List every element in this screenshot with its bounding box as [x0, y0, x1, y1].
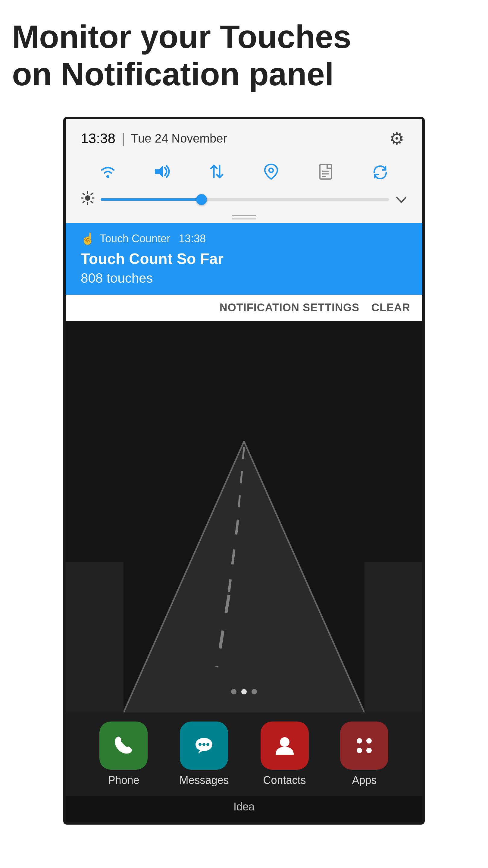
messages-app-icon[interactable]	[180, 721, 228, 770]
svg-line-14	[83, 193, 84, 195]
svg-point-0	[106, 175, 109, 178]
location-icon-button[interactable]	[258, 158, 285, 185]
drag-handle[interactable]	[66, 212, 422, 223]
svg-point-31	[206, 743, 209, 746]
quick-settings-row	[66, 155, 422, 188]
touch-counter-icon: ☝	[81, 232, 95, 245]
headline-line1: Monitor your Touches	[12, 19, 351, 55]
phone-app-label: Phone	[108, 774, 139, 786]
svg-rect-25	[66, 562, 124, 712]
phone-frame: 13:38 | Tue 24 November ⚙	[63, 117, 425, 825]
bottom-bar: Idea	[66, 796, 422, 822]
apps-app-icon[interactable]	[340, 721, 388, 770]
dock-app-phone[interactable]: Phone	[99, 721, 148, 786]
contacts-app-label: Contacts	[263, 774, 306, 786]
gear-icon: ⚙	[389, 129, 404, 148]
svg-marker-1	[155, 165, 163, 178]
dock-apps-row: Phone Messages	[84, 721, 404, 786]
notification-panel: 13:38 | Tue 24 November ⚙	[66, 119, 422, 321]
notif-subtitle: 808 touches	[81, 271, 407, 286]
svg-line-16	[91, 193, 93, 195]
sync-icon-button[interactable]	[367, 158, 394, 185]
wallpaper-area	[66, 321, 422, 712]
status-date: Tue 24 November	[131, 132, 227, 145]
status-bar: 13:38 | Tue 24 November ⚙	[66, 119, 422, 155]
page-dot-3[interactable]	[252, 689, 257, 694]
messages-app-label: Messages	[179, 774, 229, 786]
bottom-label: Idea	[233, 801, 255, 813]
svg-point-32	[280, 737, 290, 747]
brightness-slider[interactable]	[101, 198, 389, 201]
time-date: 13:38 | Tue 24 November	[81, 130, 227, 147]
headline-line2: on Notification panel	[12, 56, 334, 92]
data-arrows-icon-button[interactable]	[203, 158, 230, 185]
phone-app-icon[interactable]	[99, 721, 148, 770]
notif-app-name: Touch Counter	[100, 232, 170, 245]
brightness-thumb[interactable]	[196, 194, 207, 205]
svg-point-34	[366, 738, 372, 744]
document-icon-button[interactable]	[312, 158, 339, 185]
page-dot-1[interactable]	[231, 689, 236, 694]
svg-point-29	[198, 743, 201, 746]
brightness-row	[66, 188, 422, 212]
status-divider: |	[121, 130, 125, 147]
dock-app-messages[interactable]: Messages	[179, 721, 229, 786]
dock-bar: Phone Messages	[66, 712, 422, 796]
svg-line-15	[91, 201, 93, 203]
page-indicators	[231, 689, 257, 694]
notif-title: Touch Count So Far	[81, 250, 407, 268]
svg-point-4	[269, 168, 273, 173]
notification-card[interactable]: ☝ Touch Counter 13:38 Touch Count So Far…	[66, 223, 422, 295]
svg-line-17	[83, 201, 84, 203]
svg-point-35	[357, 748, 362, 753]
svg-point-30	[202, 743, 205, 746]
svg-point-33	[357, 738, 362, 744]
notification-actions: NOTIFICATION SETTINGS CLEAR	[66, 295, 422, 321]
page-headline: Monitor your Touches on Notification pan…	[12, 18, 476, 93]
contacts-app-icon[interactable]	[261, 721, 309, 770]
apps-app-label: Apps	[352, 774, 377, 786]
settings-icon-button[interactable]: ⚙	[386, 128, 407, 149]
notification-settings-button[interactable]: NOTIFICATION SETTINGS	[220, 301, 359, 314]
notification-header: ☝ Touch Counter 13:38	[81, 232, 407, 245]
svg-point-36	[366, 748, 372, 753]
status-time: 13:38	[81, 130, 116, 147]
dock-app-apps[interactable]: Apps	[340, 721, 388, 786]
clear-notification-button[interactable]: CLEAR	[371, 301, 410, 314]
volume-icon-button[interactable]	[149, 158, 176, 185]
brightness-icon	[81, 191, 95, 208]
svg-rect-26	[364, 562, 422, 712]
road-background	[66, 321, 422, 712]
dock-app-contacts[interactable]: Contacts	[261, 721, 309, 786]
expand-brightness-icon[interactable]	[395, 192, 407, 207]
svg-point-9	[85, 195, 90, 201]
page-dot-2[interactable]	[241, 689, 247, 694]
wifi-icon-button[interactable]	[94, 158, 121, 185]
notif-time: 13:38	[178, 232, 206, 245]
